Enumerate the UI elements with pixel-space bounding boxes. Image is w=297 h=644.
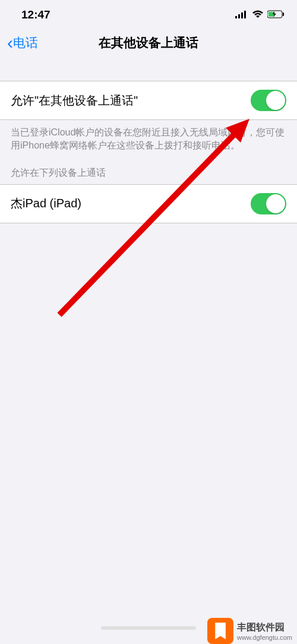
chevron-left-icon: ‹: [7, 33, 13, 53]
svg-rect-2: [241, 12, 243, 18]
watermark: 丰图软件园 www.dgfengtu.com: [207, 618, 297, 644]
svg-rect-0: [235, 16, 237, 18]
home-indicator: [101, 626, 196, 630]
status-time: 12:47: [21, 8, 50, 21]
device-row[interactable]: 杰iPad (iPad): [0, 184, 297, 223]
allow-calls-toggle[interactable]: [251, 90, 286, 111]
page-title: 在其他设备上通话: [99, 34, 198, 51]
svg-rect-3: [244, 11, 246, 18]
navigation-bar: ‹ 电话 在其他设备上通话: [0, 26, 297, 59]
allow-calls-row[interactable]: 允许"在其他设备上通话": [0, 81, 297, 120]
svg-rect-6: [283, 12, 284, 16]
battery-icon: [267, 8, 285, 21]
svg-rect-1: [238, 14, 240, 18]
devices-section: 允许在下列设备上通话 杰iPad (iPad): [0, 153, 297, 223]
watermark-logo-icon: [207, 618, 233, 644]
watermark-title: 丰图软件园: [237, 621, 292, 634]
back-label: 电话: [13, 34, 38, 51]
device-toggle[interactable]: [251, 193, 286, 214]
status-indicators: [235, 8, 285, 21]
cellular-icon: [235, 8, 248, 21]
status-bar: 12:47: [0, 0, 297, 26]
wifi-icon: [252, 8, 264, 21]
watermark-url: www.dgfengtu.com: [237, 634, 292, 641]
section-footer: 当已登录iCloud帐户的设备在您附近且接入无线局域网时，您可使用iPhone蜂…: [0, 120, 297, 153]
allow-calls-label: 允许"在其他设备上通话": [11, 93, 138, 109]
back-button[interactable]: ‹ 电话: [7, 33, 38, 53]
device-label: 杰iPad (iPad): [11, 195, 81, 211]
main-toggle-section: 允许"在其他设备上通话" 当已登录iCloud帐户的设备在您附近且接入无线局域网…: [0, 81, 297, 153]
devices-header: 允许在下列设备上通话: [0, 153, 297, 184]
